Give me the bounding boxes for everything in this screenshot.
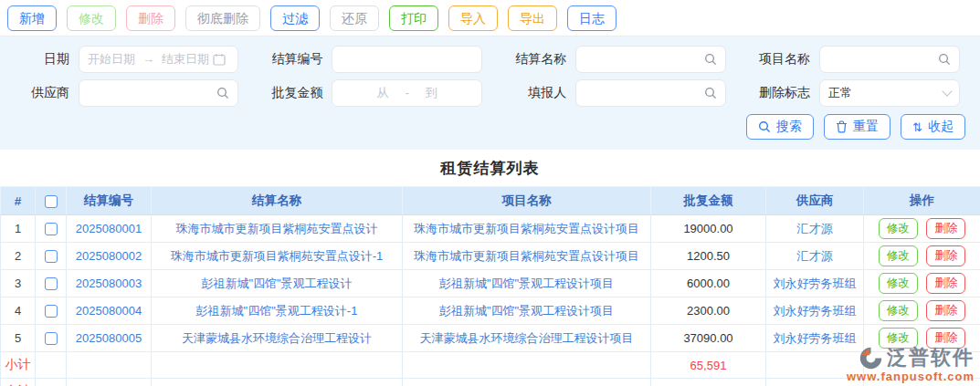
select-all-checkbox[interactable] (45, 195, 58, 208)
settlement-name-link[interactable]: 彭祖新城"四馆"景观工程设计 (201, 276, 352, 290)
table-row: 3 2025080003 彭祖新城"四馆"景观工程设计 彭祖新城"四馆"景观工程… (1, 270, 980, 297)
header-project-name: 项目名称 (403, 187, 651, 215)
settlement-no-link[interactable]: 2025080003 (76, 276, 142, 290)
toolbar: 新增 修改 删除 彻底删除 过滤 还原 打印 导入 导出 日志 (0, 0, 980, 37)
supplier-label: 供应商 (0, 85, 79, 101)
project-name-input[interactable] (828, 52, 934, 66)
supplier-link[interactable]: 刘永好劳务班组 (774, 304, 857, 318)
log-button[interactable]: 日志 (567, 5, 616, 31)
filter-button[interactable]: 过滤 (270, 5, 320, 31)
calendar-icon (213, 53, 226, 66)
row-modify-button[interactable]: 修改 (879, 273, 918, 294)
import-button[interactable]: 导入 (448, 5, 498, 31)
settlement-no-link[interactable]: 2025080005 (76, 331, 142, 345)
trash-icon (836, 120, 848, 133)
row-index: 5 (1, 325, 36, 352)
row-delete-button[interactable]: 删除 (926, 245, 965, 266)
restore-button[interactable]: 还原 (330, 5, 379, 31)
row-modify-button[interactable]: 修改 (879, 245, 918, 266)
row-modify-button[interactable]: 修改 (879, 218, 918, 239)
settlement-name-link[interactable]: 珠海市城市更新项目紫桐苑安置点设计-1 (171, 249, 384, 263)
amount-range-input[interactable]: 从 - 到 (332, 79, 482, 107)
reset-button[interactable]: 重置 (824, 114, 890, 140)
purge-delete-button[interactable]: 彻底删除 (185, 5, 260, 31)
table-header-row: # 结算编号 结算名称 项目名称 批复金额 供应商 操作 (1, 187, 980, 215)
settlement-no-link[interactable]: 2025080001 (76, 222, 142, 235)
chevron-down-icon (942, 86, 952, 96)
subtotal-label: 小计 (1, 352, 36, 379)
total-label: 合计 (1, 379, 36, 386)
print-button[interactable]: 打印 (389, 5, 438, 31)
row-delete-button[interactable]: 删除 (926, 218, 965, 239)
row-modify-button[interactable]: 修改 (879, 328, 918, 349)
settlement-no-link[interactable]: 2025080002 (76, 249, 142, 263)
date-start-placeholder: 开始日期 (88, 51, 135, 68)
table-body: 1 2025080001 珠海市城市更新项目紫桐苑安置点设计 珠海市城市更新项目… (1, 215, 980, 352)
table-row: 5 2025080005 天津蒙城县水环境综合治理工程设计 天津蒙城县水环境综合… (1, 325, 980, 352)
row-checkbox[interactable] (45, 332, 58, 345)
filter-panel: 日期 开始日期 → 结束日期 结算编号 结算名称 (0, 37, 980, 150)
approved-amount-cell: 6000.00 (651, 270, 766, 297)
supplier-link[interactable]: 刘永好劳务班组 (774, 331, 857, 345)
date-arrow-icon: → (142, 52, 154, 66)
settlement-no-link[interactable]: 2025080004 (76, 304, 142, 318)
supplier-input[interactable] (88, 86, 213, 99)
date-range-input[interactable]: 开始日期 → 结束日期 (79, 46, 238, 73)
project-name-link[interactable]: 珠海市城市更新项目紫桐苑安置点设计项目 (414, 222, 639, 235)
row-delete-button[interactable]: 删除 (926, 328, 965, 349)
row-delete-button[interactable]: 删除 (926, 300, 965, 321)
supplier-link[interactable]: 汇才源 (797, 222, 833, 235)
row-checkbox[interactable] (45, 250, 58, 263)
project-name-link[interactable]: 彭祖新城"四馆"景观工程设计项目 (439, 276, 614, 290)
supplier-link[interactable]: 汇才源 (797, 249, 833, 263)
settlement-name-link[interactable]: 彭祖新城"四馆"景观工程设计-1 (196, 304, 358, 318)
row-index: 2 (1, 243, 36, 270)
approved-amount-cell: 1200.50 (651, 243, 766, 270)
amount-label: 批复金额 (253, 85, 332, 101)
settlement-name-link[interactable]: 珠海市城市更新项目紫桐苑安置点设计 (176, 222, 378, 235)
row-index: 4 (1, 297, 36, 325)
collapse-icon: ⇅ (912, 121, 922, 133)
row-checkbox[interactable] (45, 277, 58, 290)
row-modify-button[interactable]: 修改 (879, 300, 918, 321)
export-button[interactable]: 导出 (508, 5, 557, 31)
amount-to-placeholder: 到 (426, 85, 437, 101)
settlement-no-input[interactable] (341, 52, 473, 66)
search-icon (704, 53, 717, 66)
row-index: 3 (1, 270, 36, 297)
row-delete-button[interactable]: 删除 (926, 273, 965, 294)
filler-input[interactable] (585, 86, 701, 99)
delete-button[interactable]: 删除 (126, 5, 175, 31)
project-name-link[interactable]: 天津蒙城县水环境综合治理工程设计项目 (420, 331, 634, 345)
project-name-link[interactable]: 珠海市城市更新项目紫桐苑安置点设计项目 (414, 249, 639, 263)
header-checkbox (36, 187, 67, 215)
header-settlement-no: 结算编号 (67, 187, 152, 215)
approved-amount-cell: 19000.00 (651, 215, 766, 243)
amount-separator: - (406, 86, 409, 99)
search-icon (938, 53, 951, 66)
table-row: 2 2025080002 珠海市城市更新项目紫桐苑安置点设计-1 珠海市城市更新… (1, 243, 980, 270)
supplier-link[interactable]: 刘永好劳务班组 (774, 276, 857, 290)
header-approved-amount: 批复金额 (651, 187, 766, 215)
page-title: 租赁结算列表 (0, 150, 980, 186)
add-button[interactable]: 新增 (7, 5, 57, 31)
row-index: 1 (1, 215, 36, 243)
collapse-button[interactable]: ⇅ 收起 (901, 114, 965, 140)
settlement-table: # 结算编号 结算名称 项目名称 批复金额 供应商 操作 1 202508000… (0, 186, 980, 386)
project-name-link[interactable]: 彭祖新城"四馆"景观工程设计项目 (439, 304, 614, 318)
row-checkbox[interactable] (45, 305, 58, 318)
approved-amount-cell: 2300.00 (651, 297, 766, 325)
delete-flag-select[interactable]: 正常 (819, 79, 960, 107)
search-button[interactable]: 搜索 (746, 114, 814, 140)
header-index: # (1, 187, 36, 215)
settlement-name-input[interactable] (585, 52, 701, 66)
modify-button[interactable]: 修改 (67, 5, 116, 31)
row-checkbox[interactable] (45, 223, 58, 235)
amount-from-placeholder: 从 (377, 85, 389, 101)
date-label: 日期 (0, 51, 79, 68)
search-icon (758, 120, 771, 133)
filler-label: 填报人 (497, 85, 575, 101)
total-amount: 65590.50 (651, 379, 766, 386)
settlement-name-link[interactable]: 天津蒙城县水环境综合治理工程设计 (182, 331, 372, 345)
header-supplier: 供应商 (766, 187, 864, 215)
